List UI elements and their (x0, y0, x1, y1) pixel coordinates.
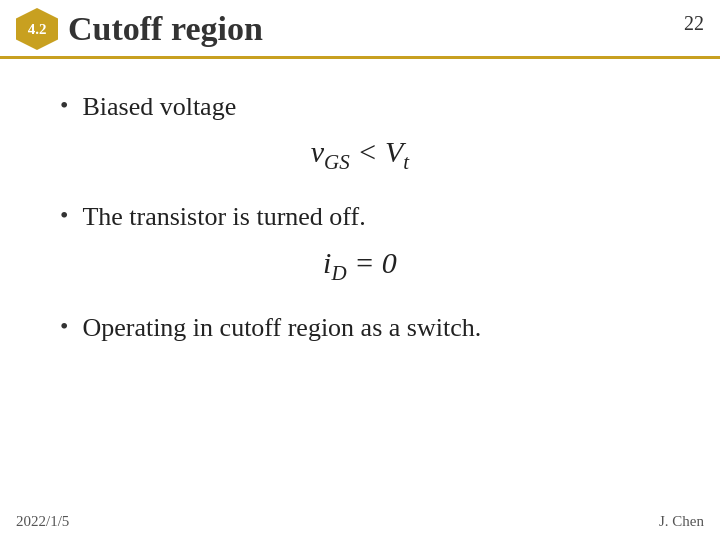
slide-footer: 2022/1/5 J. Chen (16, 513, 704, 530)
section-number: 4.2 (28, 21, 47, 38)
formula-id-text: iD = 0 (323, 246, 397, 279)
bullet-item-operating: • Operating in cutoff region as a switch… (60, 310, 660, 346)
slide-title: Cutoff region (68, 10, 684, 48)
slide-number: 22 (684, 8, 704, 35)
bullet-dot-3: • (60, 310, 68, 344)
bullet-dot-2: • (60, 199, 68, 233)
bullet-item-transistor: • The transistor is turned off. (60, 199, 660, 235)
bullet-text-transistor: The transistor is turned off. (82, 199, 365, 235)
slide-content: • Biased voltage vGS < Vt • The transist… (0, 59, 720, 376)
slide-header: 4.2 Cutoff region 22 (0, 0, 720, 59)
formula-vgs: vGS < Vt (60, 135, 660, 175)
bullet-item-biased: • Biased voltage (60, 89, 660, 125)
bullet-text-biased: Biased voltage (82, 89, 236, 125)
formula-vgs-text: vGS < Vt (311, 135, 409, 168)
bullet-dot-1: • (60, 89, 68, 123)
bullet-text-operating: Operating in cutoff region as a switch. (82, 310, 481, 346)
formula-id: iD = 0 (60, 246, 660, 286)
footer-author: J. Chen (659, 513, 704, 530)
section-badge: 4.2 (16, 8, 58, 50)
footer-date: 2022/1/5 (16, 513, 69, 530)
